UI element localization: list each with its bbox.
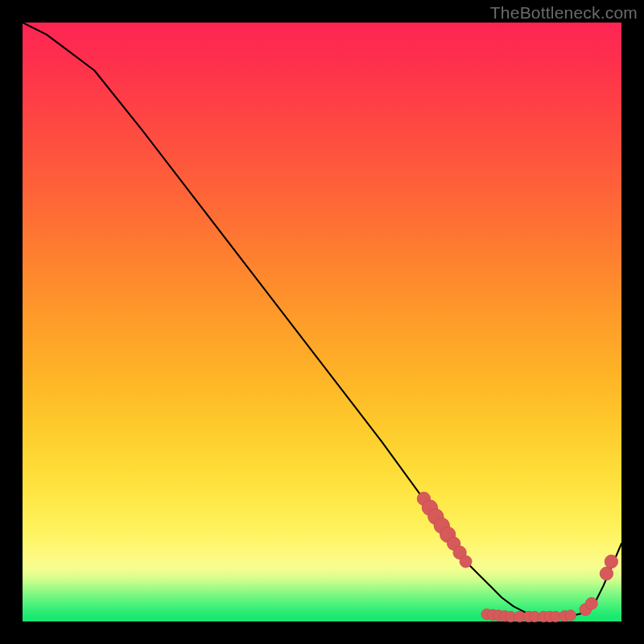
marker-dot <box>565 610 576 621</box>
marker-dot <box>600 567 613 580</box>
data-markers <box>417 492 617 621</box>
bottleneck-curve <box>23 23 621 617</box>
watermark-text: TheBottleneck.com <box>490 3 638 23</box>
marker-dot <box>460 555 472 568</box>
marker-dot <box>585 597 597 609</box>
curve-layer <box>23 23 621 621</box>
chart-stage: TheBottleneck.com <box>0 0 644 644</box>
plot-area <box>23 23 621 621</box>
marker-dot <box>605 555 617 568</box>
